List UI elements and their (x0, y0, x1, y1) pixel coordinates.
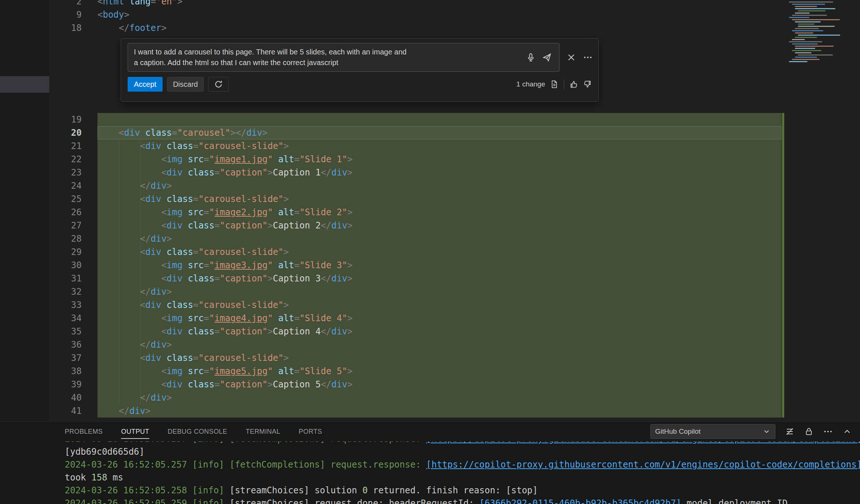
code-line[interactable]: 40 </div> (49, 391, 860, 404)
token: = (294, 207, 299, 217)
panel-tab-ports[interactable]: PORTS (299, 422, 322, 441)
token: class (167, 247, 193, 257)
token (182, 220, 188, 231)
token: > (267, 326, 273, 337)
code-line[interactable]: 27 <div class="caption">Caption 2</div> (49, 219, 860, 232)
code-line[interactable]: 29 <div class="carousel-slide"> (49, 245, 860, 259)
maximize-panel-icon[interactable] (842, 427, 852, 436)
token: > (284, 247, 289, 257)
code-line[interactable]: 26 <img src="image2.jpg" alt="Slide 2"> (49, 206, 860, 219)
code-line[interactable]: 38 <img src="image5.jpg" alt="Slide 5"> (49, 365, 860, 378)
token: alt (278, 260, 294, 270)
line-number: 22 (49, 153, 82, 166)
code-line[interactable]: 20 <div class="carousel"></div> (49, 126, 860, 139)
code-line[interactable]: 19 (49, 113, 860, 126)
token: </ (140, 393, 151, 403)
link[interactable]: [https://copilot-proxy.githubusercontent… (426, 459, 860, 470)
chat-input[interactable]: I want to add a carousel to this page. T… (128, 43, 559, 72)
send-icon[interactable] (542, 53, 552, 62)
code-line[interactable]: 36 </div> (49, 338, 860, 351)
code-line[interactable]: 28 </div> (49, 232, 860, 245)
token: " (267, 207, 273, 217)
link[interactable]: image3.jpg (214, 260, 268, 270)
token: " (209, 366, 214, 376)
token: src (188, 260, 204, 270)
link[interactable]: image4.jpg (214, 313, 268, 323)
token: > (124, 10, 129, 20)
link[interactable]: [https://copilot-proxy.githubusercontent… (426, 441, 860, 444)
token: img (167, 207, 182, 217)
code-line[interactable]: 32 </div> (49, 285, 860, 298)
code-line[interactable]: 31 <div class="caption">Caption 3</div> (49, 272, 860, 285)
line-number: 27 (49, 219, 82, 232)
token: "carousel-slide" (199, 353, 284, 363)
token: = (193, 194, 198, 204)
panel-tab-output[interactable]: OUTPUT (121, 422, 149, 441)
panel-tab-terminal[interactable]: TERMINAL (246, 422, 280, 441)
clear-output-icon[interactable] (785, 427, 795, 436)
token: < (140, 194, 145, 204)
diff-icon[interactable] (550, 80, 559, 89)
code-line[interactable]: 25 <div class="carousel-slide"> (49, 192, 860, 206)
token: </ (321, 379, 331, 390)
code-line[interactable]: 35 <div class="caption">Caption 4</div> (49, 325, 860, 338)
microphone-icon[interactable] (526, 53, 536, 62)
token: < (161, 366, 166, 376)
code-line[interactable]: 30 <img src="image3.jpg" alt="Slide 3"> (49, 259, 860, 272)
link[interactable]: image1.jpg (214, 154, 268, 164)
thumbs-up-icon[interactable] (569, 80, 578, 89)
minimap-line (792, 4, 825, 5)
line-number: 25 (49, 192, 82, 206)
line-number: 32 (49, 285, 82, 298)
token: class (167, 141, 193, 151)
log-line: 2024-03-26 16:52:05.259 [info] [streamCh… (65, 497, 860, 504)
minimap-line (792, 19, 840, 20)
token (273, 207, 278, 217)
token: div (167, 167, 182, 178)
code-line[interactable]: 18 </footer> (49, 21, 860, 35)
sidebar-selected-item[interactable] (0, 76, 49, 93)
code-line[interactable]: 22 <img src="image1.jpg" alt="Slide 1"> (49, 153, 860, 166)
close-icon[interactable] (566, 53, 576, 62)
more-actions-icon[interactable] (583, 53, 593, 62)
discard-button[interactable]: Discard (167, 77, 204, 92)
log-line: 2024-03-26 16:52:05.257 [info] [fetchCom… (65, 441, 860, 446)
token (182, 167, 188, 178)
token: = (214, 326, 220, 337)
token (97, 326, 161, 337)
code-line[interactable]: 23 <div class="caption">Caption 1</div> (49, 166, 860, 179)
output-channel-select[interactable]: GitHub Copilot (650, 424, 775, 439)
panel-tab-problems[interactable]: PROBLEMS (65, 422, 103, 441)
token: " (267, 366, 273, 376)
token: </ (321, 273, 331, 284)
code-line[interactable]: 21 <div class="carousel-slide"> (49, 139, 860, 153)
panel-tab-debug-console[interactable]: DEBUG CONSOLE (168, 422, 227, 441)
link[interactable]: image5.jpg (214, 366, 268, 376)
thumbs-down-icon[interactable] (583, 80, 592, 89)
minimap[interactable] (785, 0, 860, 421)
token: > (267, 273, 273, 284)
code-line[interactable]: 9<body> (49, 8, 860, 21)
token: Caption 4 (273, 326, 321, 337)
token: div (129, 406, 145, 416)
editor[interactable]: 2<html lang="en">9<body>18 </footer> 192… (49, 0, 860, 421)
code-line[interactable]: 37 <div class="carousel-slide"> (49, 351, 860, 365)
regenerate-button[interactable] (208, 77, 229, 92)
code-line[interactable]: 24 </div> (49, 179, 860, 192)
token (97, 207, 161, 217)
token: class (167, 300, 193, 310)
log-line: [ydb69c0d665d6] (65, 446, 860, 458)
token: " (267, 154, 273, 164)
code-line[interactable]: 39 <div class="caption">Caption 5</div> (49, 378, 860, 391)
link[interactable]: image2.jpg (214, 207, 268, 217)
line-number: 20 (49, 126, 82, 139)
accept-button[interactable]: Accept (128, 77, 163, 92)
link[interactable]: [6366b292-0115-460b-b92b-b365bc4d92b7] (479, 498, 681, 504)
code-line[interactable]: 2<html lang="en"> (49, 0, 860, 8)
minimap-line (795, 8, 835, 9)
code-line[interactable]: 33 <div class="carousel-slide"> (49, 298, 860, 312)
code-line[interactable]: 34 <img src="image4.jpg" alt="Slide 4"> (49, 312, 860, 325)
panel-more-actions-icon[interactable] (823, 427, 833, 436)
lock-icon[interactable] (804, 427, 814, 436)
code-line[interactable]: 41 </div> (49, 404, 860, 418)
